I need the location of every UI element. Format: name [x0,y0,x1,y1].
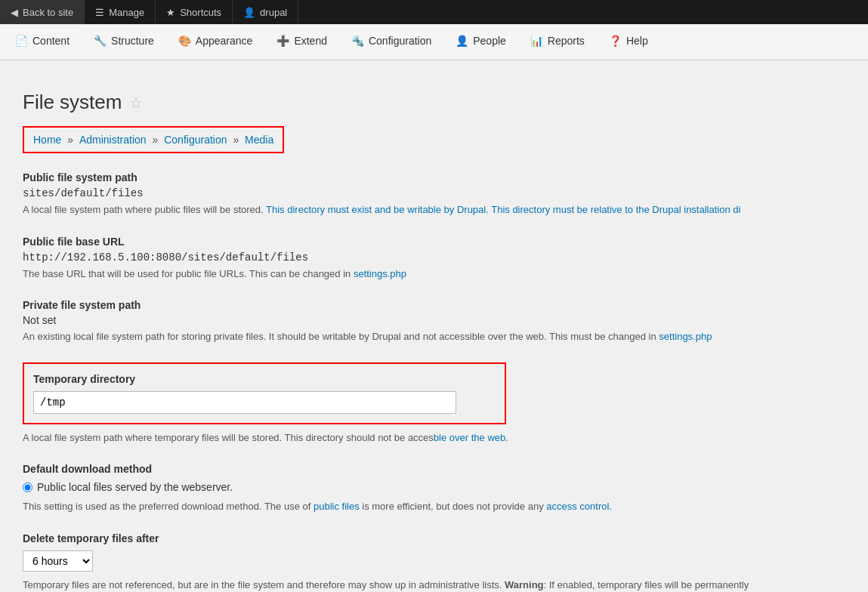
page-content: File system ☆ Home » Administration » Co… [0,76,868,592]
download-method-section: Default download method Public local fil… [23,463,845,514]
breadcrumb-home[interactable]: Home [33,134,61,146]
hours-select[interactable]: 1 hour 6 hours 12 hours 24 hours 2 days … [23,550,93,572]
public-path-value: sites/default/files [23,187,845,199]
delete-temp-section: Delete temporary files after 1 hour 6 ho… [23,532,845,593]
favorite-star-icon[interactable]: ☆ [129,94,143,112]
public-base-url-value: http://192.168.5.100:8080/sites/default/… [23,251,845,264]
star-icon: ★ [166,7,175,18]
drupal-user-button[interactable]: 👤 drupal [233,0,298,24]
public-files-radio-label[interactable]: Public local files served by the webserv… [23,481,845,493]
private-path-section: Private file system path Not set An exis… [23,299,845,344]
nav-appearance[interactable]: 🎨 Appearance [166,24,265,60]
public-files-radio[interactable] [23,483,32,492]
manage-button[interactable]: ☰ Manage [85,0,156,24]
nav-structure[interactable]: 🔧 Structure [82,24,166,60]
nav-extend[interactable]: ➕ Extend [264,24,339,60]
temp-dir-title: Temporary directory [33,373,496,385]
download-method-desc: This setting is used as the preferred do… [23,499,845,514]
nav-content[interactable]: 📄 Content [3,24,82,60]
access-control-link[interactable]: access control [546,501,609,512]
breadcrumb-container: Home » Administration » Configuration » … [23,126,284,153]
nav-people[interactable]: 👤 People [443,24,518,60]
back-icon: ◀ [11,7,18,18]
public-base-url-section: Public file base URL http://192.168.5.10… [23,236,845,282]
admin-bar: ◀ Back to site ☰ Manage ★ Shortcuts 👤 dr… [0,0,868,24]
private-path-value: Not set [23,314,845,326]
main-nav: 📄 Content 🔧 Structure 🎨 Appearance ➕ Ext… [0,24,868,60]
back-to-site-button[interactable]: ◀ Back to site [0,0,85,24]
user-icon: 👤 [243,7,255,18]
breadcrumb-media[interactable]: Media [245,134,273,146]
page-header-bg: File system ☆ Home » Administration » Co… [0,60,868,592]
page-title: File system [23,91,122,114]
public-path-desc: A local file system path where public fi… [23,202,845,217]
breadcrumb-administration[interactable]: Administration [79,134,147,146]
private-settings-link[interactable]: settings.php [659,331,712,342]
structure-icon: 🔧 [94,35,107,47]
appearance-icon: 🎨 [178,35,191,47]
breadcrumb: Home » Administration » Configuration » … [33,134,273,146]
content-icon: 📄 [15,35,28,47]
nav-help[interactable]: ❓ Help [597,24,660,60]
temp-dir-desc-link[interactable]: ble over the web [434,432,505,443]
public-base-url-title: Public file base URL [23,236,845,248]
settings-php-link[interactable]: settings.php [354,268,406,279]
nav-configuration[interactable]: 🔩 Configuration [339,24,443,60]
delete-temp-desc: Temporary files are not referenced, but … [23,578,845,593]
hours-select-group: 1 hour 6 hours 12 hours 24 hours 2 days … [23,550,845,572]
private-path-desc: An existing local file system path for s… [23,329,845,344]
public-files-link[interactable]: public files [314,501,360,512]
configuration-icon: 🔩 [351,35,364,47]
temp-dir-input[interactable] [33,391,456,414]
public-path-section: Public file system path sites/default/fi… [23,171,845,217]
help-icon: ❓ [609,35,622,47]
manage-icon: ☰ [95,7,104,18]
reports-icon: 📊 [530,35,543,47]
public-path-title: Public file system path [23,171,845,183]
download-method-title: Default download method [23,463,845,475]
extend-icon: ➕ [276,35,289,47]
page-title-area: File system ☆ [23,91,845,114]
private-path-title: Private file system path [23,299,845,311]
public-base-url-desc: The base URL that will be used for publi… [23,267,845,282]
radio-group: Public local files served by the webserv… [23,481,845,493]
delete-temp-title: Delete temporary files after [23,532,845,544]
breadcrumb-configuration[interactable]: Configuration [164,134,227,146]
nav-reports[interactable]: 📊 Reports [518,24,597,60]
temp-dir-desc: A local file system path where temporary… [23,430,845,446]
people-icon: 👤 [456,35,468,47]
shortcuts-button[interactable]: ★ Shortcuts [156,0,233,24]
public-path-link1[interactable]: This directory must exist and be writabl… [266,204,489,215]
temp-dir-box: Temporary directory [23,362,506,424]
